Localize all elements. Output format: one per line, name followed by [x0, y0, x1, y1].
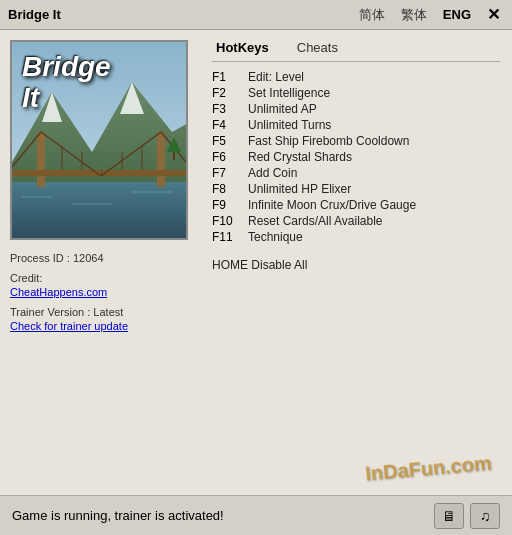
- hotkey-description: Red Crystal Shards: [248, 150, 352, 164]
- tabs: HotKeys Cheats: [212, 38, 500, 62]
- hotkey-key: F7: [212, 166, 244, 180]
- hotkey-item: F10Reset Cards/All Available: [212, 214, 500, 228]
- hotkey-description: Fast Ship Firebomb Cooldown: [248, 134, 409, 148]
- hotkey-item: F5Fast Ship Firebomb Cooldown: [212, 134, 500, 148]
- game-image-title: Bridge It: [22, 52, 111, 114]
- titlebar-right: 简体 繁体 ENG ✕: [355, 4, 504, 26]
- hotkey-key: F1: [212, 70, 244, 84]
- hotkey-item: F4Unlimited Turns: [212, 118, 500, 132]
- hotkey-key: F8: [212, 182, 244, 196]
- credit-label: Credit:: [10, 272, 190, 284]
- hotkey-key: F10: [212, 214, 244, 228]
- left-panel: Bridge It Process ID : 12064 Credit: Che…: [0, 30, 200, 495]
- process-info: Process ID : 12064 Credit: CheatHappens.…: [10, 252, 190, 332]
- statusbar-icons: 🖥 ♫: [434, 503, 500, 529]
- statusbar: Game is running, trainer is activated! 🖥…: [0, 495, 512, 535]
- hotkey-item: F2Set Intelligence: [212, 86, 500, 100]
- app-title: Bridge It: [8, 7, 61, 22]
- hotkeys-list: F1Edit: LevelF2Set IntelligenceF3Unlimit…: [212, 70, 500, 244]
- lang-english-button[interactable]: ENG: [439, 5, 475, 24]
- close-button[interactable]: ✕: [483, 5, 504, 24]
- hotkey-item: F8Unlimited HP Elixer: [212, 182, 500, 196]
- titlebar: Bridge It 简体 繁体 ENG ✕: [0, 0, 512, 30]
- svg-rect-4: [12, 182, 188, 240]
- disable-all: HOME Disable All: [212, 258, 500, 272]
- hotkey-key: F5: [212, 134, 244, 148]
- hotkey-item: F9Infinite Moon Crux/Drive Gauge: [212, 198, 500, 212]
- titlebar-left: Bridge It: [8, 7, 61, 22]
- main-area: Bridge It Process ID : 12064 Credit: Che…: [0, 30, 512, 495]
- hotkey-description: Technique: [248, 230, 303, 244]
- lang-simplified-button[interactable]: 简体: [355, 4, 389, 26]
- hotkey-key: F4: [212, 118, 244, 132]
- hotkey-item: F11Technique: [212, 230, 500, 244]
- svg-rect-8: [37, 132, 45, 187]
- hotkey-key: F3: [212, 102, 244, 116]
- hotkey-description: Unlimited HP Elixer: [248, 182, 351, 196]
- hotkey-description: Infinite Moon Crux/Drive Gauge: [248, 198, 416, 212]
- check-update-link[interactable]: Check for trainer update: [10, 320, 190, 332]
- hotkey-description: Edit: Level: [248, 70, 304, 84]
- monitor-icon-button[interactable]: 🖥: [434, 503, 464, 529]
- hotkey-item: F3Unlimited AP: [212, 102, 500, 116]
- tab-hotkeys[interactable]: HotKeys: [212, 38, 273, 57]
- hotkey-description: Set Intelligence: [248, 86, 330, 100]
- trainer-version: Trainer Version : Latest: [10, 306, 190, 318]
- status-text: Game is running, trainer is activated!: [12, 508, 224, 523]
- svg-rect-21: [173, 152, 175, 160]
- lang-traditional-button[interactable]: 繁体: [397, 4, 431, 26]
- right-panel: HotKeys Cheats F1Edit: LevelF2Set Intell…: [200, 30, 512, 495]
- hotkey-description: Unlimited AP: [248, 102, 317, 116]
- hotkey-description: Reset Cards/All Available: [248, 214, 383, 228]
- hotkey-key: F6: [212, 150, 244, 164]
- hotkey-description: Add Coin: [248, 166, 297, 180]
- svg-rect-9: [157, 132, 165, 187]
- hotkey-key: F2: [212, 86, 244, 100]
- hotkey-key: F11: [212, 230, 244, 244]
- tab-cheats[interactable]: Cheats: [293, 38, 342, 57]
- hotkey-item: F1Edit: Level: [212, 70, 500, 84]
- music-icon-button[interactable]: ♫: [470, 503, 500, 529]
- credit-link[interactable]: CheatHappens.com: [10, 286, 190, 298]
- process-id: Process ID : 12064: [10, 252, 190, 264]
- hotkey-description: Unlimited Turns: [248, 118, 331, 132]
- hotkey-item: F7Add Coin: [212, 166, 500, 180]
- game-image: Bridge It: [10, 40, 188, 240]
- hotkey-item: F6Red Crystal Shards: [212, 150, 500, 164]
- hotkey-key: F9: [212, 198, 244, 212]
